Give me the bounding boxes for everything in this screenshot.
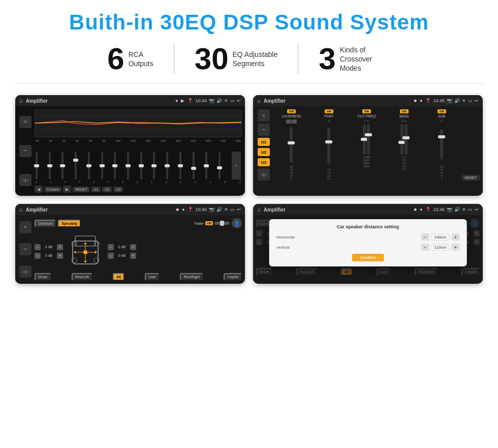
eq-slider-5[interactable] [88,152,90,180]
bs-fl-minus[interactable]: − [35,244,41,250]
crossover-u2-btn[interactable]: U2 [258,148,270,156]
copilot-btn[interactable]: Copilot [224,273,242,281]
cutfreq-vslider-g[interactable] [367,124,370,155]
vertical-minus-btn[interactable]: − [421,244,429,251]
dialog-dot1: ■ [414,207,417,212]
crossover-u3-btn[interactable]: U3 [258,158,270,166]
bass-on[interactable]: ON [400,109,409,113]
eq-slider-7[interactable] [114,152,116,180]
phat-vslider[interactable] [327,128,330,164]
svg-marker-17 [95,251,97,254]
dialog-cam: 📷 [447,207,452,212]
eq-slider-13[interactable] [193,152,195,180]
crossover-reset-btn[interactable]: RESET [462,175,480,181]
eq-slider-8[interactable] [127,152,129,180]
horizontal-plus-btn[interactable]: + [451,233,459,241]
crossover-status-icons: 📍 10:45 📷 🔊 ✕ ▭ ↩ [425,98,479,103]
eq-u2-btn[interactable]: U2 [102,187,112,192]
profile-icon[interactable]: 👤 [232,218,242,228]
sub-vslider[interactable] [440,129,443,160]
horizontal-minus-btn[interactable]: − [421,233,429,241]
eq-slider-2[interactable] [49,152,51,180]
balance-wave-icon[interactable]: 〜 [19,243,32,255]
bs-fl-plus[interactable]: + [57,244,63,250]
balance-filter-icon[interactable]: ≡ [19,221,32,233]
eq-vol-btn[interactable]: ◁▷ [19,174,32,186]
loudness-slider1[interactable] [286,120,291,124]
eq-reset-btn[interactable]: RESET [73,187,89,192]
dialog-home-icon[interactable]: ⌂ [257,206,261,213]
eq-wave-btn[interactable]: 〜 [19,145,32,157]
vertical-plus-btn[interactable]: + [451,244,459,251]
eq-next-btn[interactable]: ▶ [63,186,71,193]
loudness-vslider[interactable] [290,127,293,163]
bs-fl-row: − 0 dB + [35,244,63,250]
freq-25: 25 [36,139,39,142]
eq-slider-6[interactable] [101,152,103,180]
eq-filter-btn[interactable]: ≡⃝ [19,116,32,128]
driver-btn[interactable]: Driver [35,273,51,281]
bs-fr-value: 0 dB [116,245,128,249]
eq-custom-btn[interactable]: Custom [44,187,61,192]
cutfreq-on[interactable]: ON [362,109,371,113]
crossover-filter-icon[interactable]: ≡ [258,109,270,122]
crossover-wave-icon[interactable]: 〜 [258,124,270,136]
eq-slider-11[interactable] [166,152,168,180]
eq-x-icon: ✕ [224,98,228,103]
bs-fr-minus[interactable]: − [108,244,114,250]
eq-slider-1[interactable] [36,152,38,180]
confirm-button[interactable]: Confirm [352,254,384,261]
bs-rl-minus[interactable]: − [35,253,41,259]
rearleft-btn[interactable]: RearLeft [72,273,92,281]
crossover-vol-icon[interactable]: ◁▷ [258,168,270,181]
bass-vslider-f[interactable] [400,124,403,155]
eq-home-icon[interactable]: ⌂ [19,98,23,104]
user-btn[interactable]: User [145,273,160,281]
bass-vslider-g[interactable] [404,124,408,155]
eq-slider-14[interactable] [205,152,207,180]
eq-prev-btn[interactable]: ◀ [35,186,43,193]
loudness-label: LOUDNESS [282,114,301,118]
dialog-container: Common Specialty Fader ON 👤 −0 dB+ −0 dB… [253,215,483,279]
loudness-on[interactable]: ON [287,109,296,113]
common-btn[interactable]: Common [35,220,56,227]
balance-dot1: ■ [176,207,179,212]
bs-fr-plus[interactable]: + [130,244,136,250]
bs-left-controls: − 0 dB + − 0 dB + [35,244,63,259]
crossover-cam: 📷 [447,98,452,103]
eq-slider-4[interactable] [75,152,77,180]
balance-arrows-icon[interactable]: ◁▷ [19,265,32,278]
bs-rr-plus[interactable]: + [130,253,136,259]
loudness-slider2[interactable] [292,120,297,124]
bs-rl-plus[interactable]: + [57,253,63,259]
eq-play-icon: ▶ [181,98,184,103]
dialog-back[interactable]: ↩ [475,207,479,212]
crossover-home-icon[interactable]: ⌂ [257,98,261,104]
crossover-back[interactable]: ↩ [475,98,479,103]
eq-u3-btn[interactable]: U3 [113,187,123,192]
eq-screen: ⌂ Amplifier ● ▶ 📍 10:44 📷 🔊 ✕ ▭ ↩ ≡⃝ 〜 [15,95,245,196]
eq-scroll-arrow[interactable]: » [232,152,241,180]
eq-u1-btn[interactable]: U1 [91,187,101,192]
balance-home-icon[interactable]: ⌂ [19,206,23,213]
eq-slider-12[interactable] [179,152,181,180]
freq-630: 630 [236,139,241,142]
bs-rr-minus[interactable]: − [108,253,114,259]
crossover-u1-btn[interactable]: U1 [258,138,270,146]
cutfreq-vslider-f[interactable] [363,124,366,155]
fader-slider[interactable] [214,222,230,225]
eq-slider-10[interactable] [153,152,155,180]
balance-screen: ⌂ Amplifier ■ ● 📍 10:46 📷 🔊 ✕ ▭ ↩ ≡ 〜 [15,204,245,284]
eq-slider-9[interactable] [140,152,142,180]
rearright-btn[interactable]: RearRight [180,273,203,281]
specialty-btn[interactable]: Specialty [58,220,81,227]
fader-on-badge[interactable]: ON [205,221,213,225]
sub-on[interactable]: ON [438,109,446,113]
all-btn[interactable]: All [113,273,124,281]
eq-slider-3[interactable] [61,152,64,180]
bass-label: BASS [399,114,409,118]
balance-back[interactable]: ↩ [237,207,241,212]
phat-on[interactable]: ON [325,109,333,113]
eq-back-icon[interactable]: ↩ [237,98,241,103]
eq-slider-15[interactable] [219,152,221,180]
